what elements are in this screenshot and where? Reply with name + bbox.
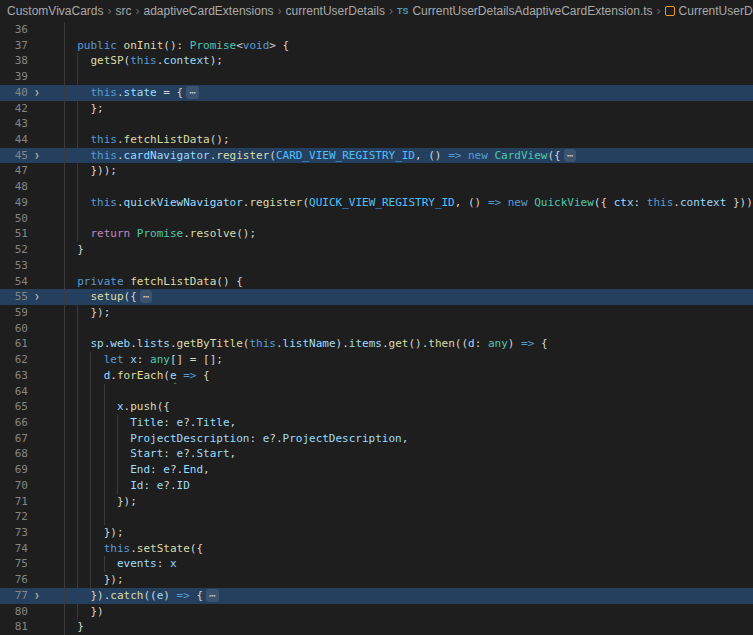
- code-line[interactable]: 75events: x: [0, 556, 753, 572]
- code-line[interactable]: 61sp.web.lists.getByTitle(this.listName)…: [0, 336, 753, 352]
- folded-code-ellipsis[interactable]: ⋯: [206, 589, 219, 602]
- code-text[interactable]: x.push({: [64, 399, 753, 415]
- code-text[interactable]: [64, 321, 753, 337]
- code-line[interactable]: 60: [0, 321, 753, 337]
- code-text[interactable]: this.setState({: [64, 541, 753, 557]
- code-line[interactable]: 64: [0, 384, 753, 400]
- code-line[interactable]: 81}: [0, 619, 753, 635]
- code-text[interactable]: }): [64, 604, 753, 620]
- code-line[interactable]: 53: [0, 258, 753, 274]
- code-text[interactable]: let x: any[] = [];: [64, 352, 753, 368]
- folded-code-ellipsis[interactable]: ⋯: [186, 86, 199, 99]
- fold-collapsed-icon[interactable]: ❯: [28, 148, 46, 164]
- code-text[interactable]: [64, 258, 753, 274]
- code-line[interactable]: 59});: [0, 305, 753, 321]
- code-line[interactable]: 65x.push({: [0, 399, 753, 415]
- code-line[interactable]: 44this.fetchListData();: [0, 132, 753, 148]
- code-text[interactable]: this.quickViewNavigator.register(QUICK_V…: [64, 195, 753, 211]
- code-line[interactable]: 73});: [0, 525, 753, 541]
- code-line[interactable]: 38getSP(this.context);: [0, 53, 753, 69]
- code-line[interactable]: 45❯this.cardNavigator.register(CARD_VIEW…: [0, 148, 753, 164]
- code-text[interactable]: public onInit(): Promise<void> {: [64, 38, 753, 54]
- fold-collapsed-icon[interactable]: ❯: [28, 85, 46, 101]
- code-text[interactable]: setup({⋯: [64, 289, 753, 305]
- code-line[interactable]: 66Title: e?.Title,: [0, 415, 753, 431]
- code-line[interactable]: 70Id: e?.ID: [0, 478, 753, 494]
- folded-code-ellipsis[interactable]: ⋯: [140, 290, 153, 303]
- code-line[interactable]: 51return Promise.resolve();: [0, 226, 753, 242]
- code-line[interactable]: 68Start: e?.Start,: [0, 446, 753, 462]
- code-line[interactable]: 77❯}).catch((e) => {⋯: [0, 588, 753, 604]
- code-line[interactable]: 42};: [0, 101, 753, 117]
- folded-code-ellipsis[interactable]: ⋯: [564, 149, 577, 162]
- code-text[interactable]: this.state = {⋯: [64, 85, 753, 101]
- code-line[interactable]: 72: [0, 509, 753, 525]
- code-text[interactable]: };: [64, 101, 753, 117]
- code-text[interactable]: [64, 509, 753, 525]
- code-line[interactable]: 69End: e?.End,: [0, 462, 753, 478]
- code-text[interactable]: ProjectDescription: e?.ProjectDescriptio…: [64, 431, 753, 447]
- code-text[interactable]: }));: [64, 163, 753, 179]
- code-line[interactable]: 52}: [0, 242, 753, 258]
- code-line[interactable]: 80}): [0, 604, 753, 620]
- code-line[interactable]: 67ProjectDescription: e?.ProjectDescript…: [0, 431, 753, 447]
- code-line[interactable]: 36: [0, 22, 753, 38]
- code-token: private: [77, 275, 130, 288]
- code-token: () {: [216, 275, 243, 288]
- breadcrumb-item[interactable]: src: [115, 4, 131, 18]
- code-text[interactable]: End: e?.End,: [64, 462, 753, 478]
- code-token: ID: [177, 479, 190, 492]
- code-line[interactable]: 76});: [0, 572, 753, 588]
- code-text[interactable]: }).catch((e) => {⋯: [64, 588, 753, 604]
- code-text[interactable]: [64, 211, 753, 227]
- code-line[interactable]: 62let x: any[] = [];: [0, 352, 753, 368]
- breadcrumb-item[interactable]: adaptiveCardExtensions: [143, 4, 273, 18]
- code-line[interactable]: 39: [0, 69, 753, 85]
- code-text[interactable]: });: [64, 525, 753, 541]
- code-line[interactable]: 54private fetchListData() {: [0, 274, 753, 290]
- code-line[interactable]: 48: [0, 179, 753, 195]
- code-text[interactable]: [64, 179, 753, 195]
- code-text[interactable]: d.forEach(e => {: [64, 368, 753, 384]
- breadcrumb-item[interactable]: CustomVivaCards: [7, 4, 103, 18]
- line-number: 45: [0, 148, 28, 164]
- code-text[interactable]: [64, 116, 753, 132]
- breadcrumb-item[interactable]: TSCurrentUserDetailsAdaptiveCardExtensio…: [397, 4, 653, 18]
- breadcrumb-item[interactable]: currentUserDetails: [286, 4, 385, 18]
- code-text[interactable]: });: [64, 494, 753, 510]
- code-text[interactable]: sp.web.lists.getByTitle(this.listName).i…: [64, 336, 753, 352]
- code-line[interactable]: 37public onInit(): Promise<void> {: [0, 38, 753, 54]
- indent-guide: [90, 384, 103, 400]
- code-text[interactable]: });: [64, 305, 753, 321]
- code-text[interactable]: }: [64, 242, 753, 258]
- code-text[interactable]: [64, 69, 753, 85]
- code-line[interactable]: 74this.setState({: [0, 541, 753, 557]
- fold-collapsed-icon[interactable]: ❯: [28, 588, 46, 604]
- code-line[interactable]: 40❯this.state = {⋯: [0, 85, 753, 101]
- code-text[interactable]: Title: e?.Title,: [64, 415, 753, 431]
- code-text[interactable]: Id: e?.ID: [64, 478, 753, 494]
- code-token: =>: [448, 149, 461, 162]
- fold-gutter: [28, 541, 46, 557]
- code-text[interactable]: [64, 384, 753, 400]
- code-text[interactable]: this.cardNavigator.register(CARD_VIEW_RE…: [64, 148, 753, 164]
- code-text[interactable]: this.fetchListData();: [64, 132, 753, 148]
- code-text[interactable]: });: [64, 572, 753, 588]
- code-text[interactable]: [64, 22, 753, 38]
- code-text[interactable]: return Promise.resolve();: [64, 226, 753, 242]
- code-text[interactable]: events: x: [64, 556, 753, 572]
- code-line[interactable]: 63d.forEach(e => {: [0, 368, 753, 384]
- code-line[interactable]: 55❯setup({⋯: [0, 289, 753, 305]
- code-line[interactable]: 49this.quickViewNavigator.register(QUICK…: [0, 195, 753, 211]
- code-text[interactable]: Start: e?.Start,: [64, 446, 753, 462]
- code-line[interactable]: 50: [0, 211, 753, 227]
- code-text[interactable]: getSP(this.context);: [64, 53, 753, 69]
- code-line[interactable]: 71});: [0, 494, 753, 510]
- code-text[interactable]: }: [64, 619, 753, 635]
- code-editor[interactable]: 3637public onInit(): Promise<void> {38ge…: [0, 22, 753, 635]
- code-text[interactable]: private fetchListData() {: [64, 274, 753, 290]
- breadcrumb-item[interactable]: CurrentUserDetailsAdaptiveC: [665, 4, 753, 18]
- code-line[interactable]: 43: [0, 116, 753, 132]
- code-line[interactable]: 47}));: [0, 163, 753, 179]
- fold-collapsed-icon[interactable]: ❯: [28, 289, 46, 305]
